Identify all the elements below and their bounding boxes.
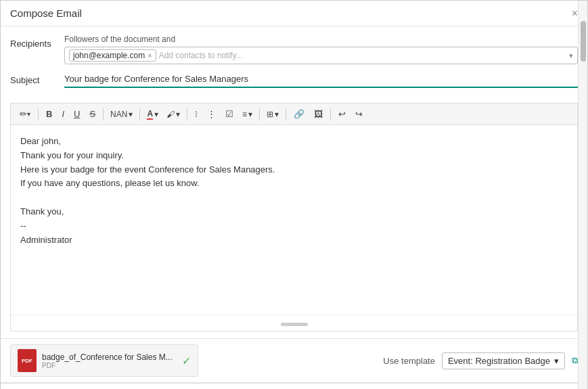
align-dropdown[interactable]: ≡ ▾ — [240, 108, 255, 120]
recipients-dropdown-arrow[interactable]: ▾ — [569, 51, 573, 60]
recipients-placeholder: Add contacts to notify... — [159, 51, 569, 60]
email-line2: Thank you for your inquiry. — [20, 149, 568, 163]
image-btn[interactable]: 🖼 — [311, 107, 326, 121]
image-icon: 🖼 — [314, 109, 323, 119]
sep6 — [286, 108, 286, 120]
template-dropdown-arrow: ▾ — [554, 356, 559, 366]
sep2 — [103, 108, 104, 120]
recipients-label: Recipients — [10, 35, 64, 49]
scrollbar[interactable] — [578, 1, 587, 389]
template-select[interactable]: Event: Registration Badge ▾ — [442, 352, 565, 369]
email-line3: Here is your badge for the event Confere… — [20, 163, 568, 177]
dialog-title: Compose Email — [10, 7, 82, 19]
sep1 — [38, 108, 39, 120]
list-unordered-icon: ⁝ — [195, 109, 198, 119]
fontcolor-icon: A — [147, 109, 153, 120]
attachment-check: ✓ — [182, 354, 191, 367]
email-tag: john@example.com × — [69, 49, 156, 62]
pdf-icon: PDF — [18, 349, 37, 372]
editor-container: ✏ ▾ B I U S NAN ▾ A ▾ — [10, 103, 578, 331]
pen-btn[interactable]: ✏ ▾ — [16, 107, 34, 121]
link-btn[interactable]: 🔗 — [290, 107, 308, 121]
subject-input[interactable] — [64, 71, 578, 88]
fontsize-arrow: ▾ — [129, 110, 133, 119]
attachment-name: badge_of_Conference for Sales M... — [42, 352, 173, 362]
subject-label: Subject — [10, 71, 64, 85]
italic-btn[interactable]: I — [58, 107, 68, 121]
brush-arrow: ▾ — [176, 110, 180, 119]
email-line6: Thank you, — [20, 205, 568, 219]
editor-content[interactable]: Dear john, Thank you for your inquiry. H… — [11, 125, 577, 315]
attachment-bar: PDF badge_of_Conference for Sales M... P… — [1, 338, 587, 382]
attachment-item: PDF badge_of_Conference for Sales M... P… — [10, 344, 198, 377]
underline-btn[interactable]: U — [70, 107, 83, 121]
email-line4: If you have any questions, please let us… — [20, 177, 568, 191]
use-template-label: Use template — [383, 356, 435, 366]
strikethrough-btn[interactable]: S — [86, 107, 99, 121]
align-arrow: ▾ — [248, 110, 252, 119]
italic-icon: I — [62, 109, 64, 119]
close-button[interactable]: × — [572, 8, 578, 19]
subject-content — [64, 71, 578, 88]
sep7 — [330, 108, 331, 120]
redo-btn[interactable]: ↪ — [352, 107, 366, 121]
dialog-body: Recipients Followers of the document and… — [1, 26, 587, 103]
checklist-icon: ☑ — [225, 109, 233, 119]
email-line8: Administrator — [20, 233, 568, 248]
table-arrow: ▾ — [275, 110, 279, 119]
link-icon: 🔗 — [294, 109, 304, 119]
brush-icon: 🖌 — [166, 110, 175, 119]
redo-icon: ↪ — [355, 109, 363, 119]
email-tag-value: john@example.com — [73, 51, 145, 60]
editor-toolbar: ✏ ▾ B I U S NAN ▾ A ▾ — [11, 104, 577, 125]
recipients-input-row[interactable]: john@example.com × Add contacts to notif… — [64, 47, 578, 64]
sep4 — [187, 108, 187, 120]
list-unordered-btn[interactable]: ⁝ — [191, 107, 201, 121]
bold-icon: B — [46, 109, 52, 119]
recipients-content: Followers of the document and john@examp… — [64, 35, 578, 64]
email-line7: -- — [20, 219, 568, 233]
scroll-thumb — [581, 21, 586, 62]
recipients-top-text: Followers of the document and — [64, 35, 578, 44]
attachment-type: PDF — [42, 362, 173, 369]
fontcolor-dropdown[interactable]: A ▾ — [144, 108, 161, 121]
template-value: Event: Registration Badge — [448, 356, 550, 366]
attachment-info: badge_of_Conference for Sales M... PDF — [42, 352, 173, 369]
strikethrough-icon: S — [89, 109, 95, 119]
checklist-btn[interactable]: ☑ — [222, 107, 237, 121]
table-dropdown[interactable]: ⊞ ▾ — [264, 108, 281, 120]
list-ordered-icon: ⋮ — [207, 109, 216, 119]
bold-btn[interactable]: B — [43, 107, 55, 121]
undo-icon: ↩ — [338, 109, 346, 119]
fontsize-value: NAN — [110, 110, 127, 119]
brush-dropdown[interactable]: 🖌 ▾ — [164, 108, 183, 120]
template-external-icon[interactable]: ⧉ — [572, 355, 578, 366]
align-icon: ≡ — [242, 110, 247, 119]
subject-row: Subject — [10, 71, 578, 88]
pdf-label: PDF — [22, 358, 32, 364]
table-icon: ⊞ — [267, 110, 273, 119]
email-line1: Dear john, — [20, 135, 568, 149]
fontsize-dropdown[interactable]: NAN ▾ — [108, 108, 135, 120]
dialog-header: Compose Email × — [1, 1, 587, 26]
sep5 — [259, 108, 260, 120]
email-line5 — [20, 191, 568, 205]
recipients-row: Recipients Followers of the document and… — [10, 35, 578, 64]
sep3 — [139, 108, 140, 120]
pen-icon: ✏ — [20, 109, 27, 119]
editor-scrollbar — [11, 315, 577, 331]
compose-email-dialog: Compose Email × Recipients Followers of … — [0, 0, 588, 389]
pen-arrow: ▾ — [27, 110, 30, 118]
list-ordered-btn[interactable]: ⋮ — [204, 107, 219, 121]
underline-icon: U — [74, 109, 80, 119]
fontcolor-arrow: ▾ — [154, 110, 158, 119]
dialog-footer: SEND CANCEL 💾 SAVE AS NEW TEMPLATE — [1, 382, 587, 389]
email-tag-close[interactable]: × — [148, 51, 152, 60]
scroll-handle — [281, 323, 308, 326]
undo-btn[interactable]: ↩ — [335, 107, 349, 121]
template-section: Use template Event: Registration Badge ▾… — [383, 352, 578, 369]
